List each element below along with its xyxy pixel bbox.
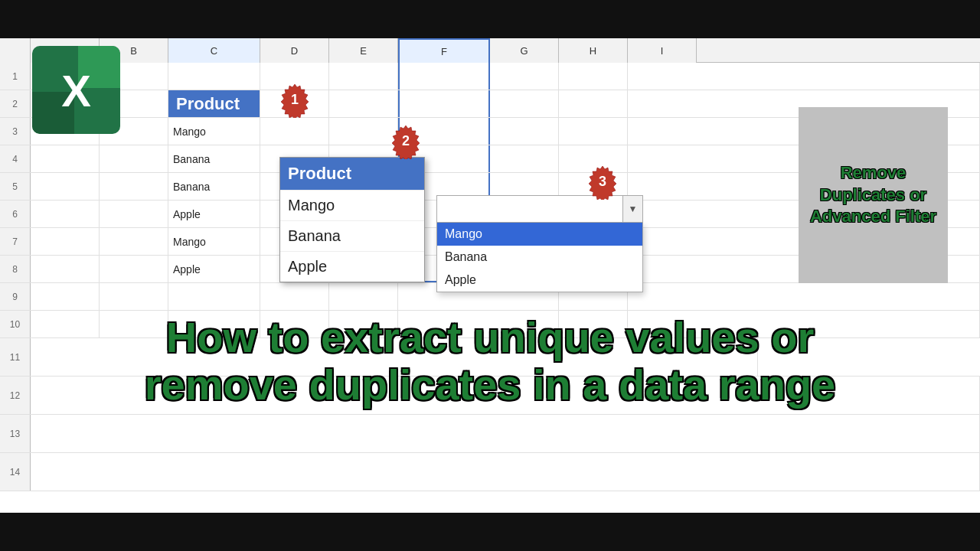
dropdown-arrow-icon[interactable]: ▼ — [622, 196, 642, 222]
cell-13[interactable] — [31, 415, 980, 452]
dropdown-input[interactable] — [437, 196, 622, 222]
cell-c5[interactable]: Banana — [168, 173, 260, 200]
col-header-c: C — [168, 38, 260, 63]
cell-b7[interactable] — [100, 228, 168, 255]
subtitle-line1: How to extract unique values or — [31, 314, 949, 361]
bottom-subtitle-area: How to extract unique values or remove d… — [31, 314, 949, 408]
cell-a6[interactable] — [31, 201, 100, 227]
dropdown-list: Mango Banana Apple — [436, 223, 643, 292]
row-num-9: 9 — [0, 283, 31, 310]
col-header-i: I — [628, 38, 697, 63]
row-num-11: 11 — [0, 338, 31, 376]
excel-logo: X — [32, 46, 120, 134]
cell-g2[interactable] — [490, 90, 559, 117]
col-header-f: F — [398, 38, 490, 63]
cell-a8[interactable] — [31, 256, 100, 282]
svg-text:2: 2 — [402, 133, 410, 148]
cell-b6[interactable] — [100, 201, 168, 227]
cell-a7[interactable] — [31, 228, 100, 255]
cell-a4[interactable] — [31, 145, 100, 172]
table-row: 13 — [0, 415, 980, 453]
cell-g4[interactable] — [490, 145, 559, 172]
bottom-bar — [0, 513, 980, 551]
cell-c6[interactable]: Apple — [168, 201, 260, 227]
row-num-12: 12 — [0, 377, 31, 414]
row-num-1: 1 — [0, 63, 31, 90]
cell-c9[interactable] — [168, 283, 260, 310]
cell-14[interactable] — [31, 453, 980, 491]
excel-x-letter: X — [61, 64, 91, 116]
cell-h2[interactable] — [559, 90, 628, 117]
cell-d3[interactable] — [260, 118, 329, 145]
cell-c7[interactable]: Mango — [168, 228, 260, 255]
row-num-2: 2 — [0, 90, 31, 117]
svg-text:3: 3 — [599, 174, 606, 189]
cell-c1[interactable] — [168, 63, 260, 90]
badge-3: 3 — [585, 165, 620, 200]
dropdown-item-banana[interactable]: Banana — [437, 246, 642, 269]
cell-d9[interactable] — [260, 283, 329, 310]
floating-product-header: Product — [280, 158, 424, 190]
cell-b4[interactable] — [100, 145, 168, 172]
cell-g1[interactable] — [490, 63, 559, 90]
cell-c4[interactable]: Banana — [168, 145, 260, 172]
cell-f1[interactable] — [398, 63, 490, 90]
row-num-13: 13 — [0, 415, 31, 452]
dropdown-item-mango[interactable]: Mango — [437, 223, 642, 246]
col-header-e: E — [329, 38, 398, 63]
cell-e2[interactable] — [329, 90, 398, 117]
col-header-g: G — [490, 38, 559, 63]
cell-b8[interactable] — [100, 256, 168, 282]
cell-i1[interactable] — [628, 63, 980, 90]
row-num-8: 8 — [0, 256, 31, 282]
col-headers: A B C D E F G H I — [0, 38, 980, 63]
cell-a9[interactable] — [31, 283, 100, 310]
cell-c3[interactable]: Mango — [168, 118, 260, 145]
cell-c8[interactable]: Apple — [168, 256, 260, 282]
row-num-5: 5 — [0, 173, 31, 200]
floating-product-item-apple: Apple — [280, 251, 424, 282]
col-header-h: H — [559, 38, 628, 63]
row-num-14: 14 — [0, 453, 31, 491]
top-bar — [0, 0, 980, 38]
dropdown-item-apple[interactable]: Apple — [437, 269, 642, 292]
cell-a5[interactable] — [31, 173, 100, 200]
main-container: A B C D E F G H I 1 — [0, 0, 980, 551]
floating-product-item-banana: Banana — [280, 220, 424, 251]
row-num-6: 6 — [0, 201, 31, 227]
badge-2: 2 — [388, 124, 423, 159]
table-row: 14 — [0, 453, 980, 491]
title-box-text: Remove Duplicates or Advanced Filter — [808, 162, 939, 228]
cell-c2-product[interactable]: Product — [168, 90, 260, 117]
floating-product-item-mango: Mango — [280, 190, 424, 220]
cell-b5[interactable] — [100, 173, 168, 200]
dropdown-container: ▼ Mango Banana Apple — [436, 195, 643, 292]
subtitle-line2: remove duplicates in a data range — [31, 361, 949, 409]
row-num-3: 3 — [0, 118, 31, 145]
table-row: 1 — [0, 63, 980, 90]
col-header-d: D — [260, 38, 329, 63]
badge-1: 1 — [277, 83, 312, 118]
cell-i9[interactable] — [628, 283, 980, 310]
row-num-10: 10 — [0, 311, 31, 337]
cell-g3[interactable] — [490, 118, 559, 145]
cell-e9[interactable] — [329, 283, 398, 310]
cell-f2[interactable] — [398, 90, 490, 117]
cell-e1[interactable] — [329, 63, 398, 90]
row-num-4: 4 — [0, 145, 31, 172]
floating-product-list: Product Mango Banana Apple — [279, 157, 425, 282]
title-box: Remove Duplicates or Advanced Filter — [799, 107, 948, 283]
cell-h3[interactable] — [559, 118, 628, 145]
corner-cell — [0, 38, 31, 63]
row-num-7: 7 — [0, 228, 31, 255]
cell-b9[interactable] — [100, 283, 168, 310]
cell-h1[interactable] — [559, 63, 628, 90]
svg-text:1: 1 — [291, 92, 299, 107]
